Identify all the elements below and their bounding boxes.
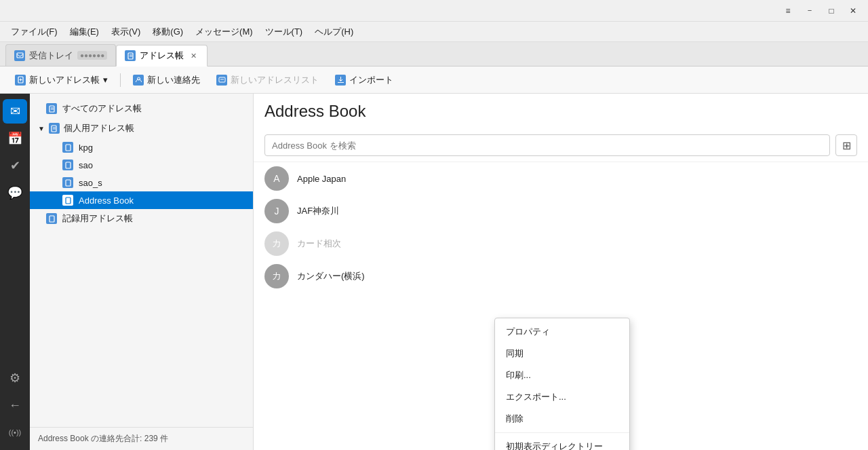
filter-button[interactable]: ⊞ <box>835 134 857 156</box>
context-menu-item-sync[interactable]: 同期 <box>495 343 629 364</box>
sao-s-label: sao_s <box>79 178 102 188</box>
content-area: Address Book ⊞ A Apple Japan J JAF神奈川 カ <box>254 94 868 450</box>
sidebar-item-sao[interactable]: sao <box>30 156 253 174</box>
new-addressbook-label: 新しいアドレス帳 <box>29 74 100 86</box>
list-item[interactable]: カ カード相次 <box>254 227 868 260</box>
new-contact-label: 新しい連絡先 <box>147 74 200 86</box>
kiroku-icon <box>46 213 57 224</box>
sidebar-item-kpg[interactable]: kpg <box>30 138 253 156</box>
menu-button[interactable]: ≡ <box>778 3 797 19</box>
new-list-icon <box>216 75 227 86</box>
sidebar-item-kiroku[interactable]: 記録用アドレス帳 <box>30 209 253 228</box>
sidebar-item-all[interactable]: すべてのアドレス帳 <box>30 99 253 118</box>
kpg-label: kpg <box>79 143 93 153</box>
list-item[interactable]: J JAF神奈川 <box>254 195 868 227</box>
search-input[interactable] <box>264 134 830 156</box>
icon-settings[interactable]: ⚙ <box>3 366 27 390</box>
icon-calendar[interactable]: 📅 <box>3 126 27 151</box>
close-button[interactable]: ✕ <box>844 3 863 19</box>
menubar: ファイル(F) 編集(E) 表示(V) 移動(G) メッセージ(M) ツール(T… <box>0 22 868 42</box>
avatar: J <box>264 199 289 223</box>
sao-icon <box>62 160 73 170</box>
sidebar: すべてのアドレス帳 ▼ 個人用アドレス帳 kpg sao <box>30 94 254 450</box>
list-item[interactable]: カ カンダハー(横浜) <box>254 260 868 293</box>
addressbook-tab-close[interactable]: ✕ <box>188 50 199 61</box>
contact-name: カンダハー(横浜) <box>297 270 365 282</box>
sidebar-group-personal[interactable]: ▼ 個人用アドレス帳 <box>30 118 253 138</box>
svg-rect-18 <box>66 162 71 168</box>
sidebar-item-sao-s[interactable]: sao_s <box>30 174 253 191</box>
search-bar: ⊞ <box>254 129 868 162</box>
icon-chat[interactable]: 💬 <box>3 181 27 205</box>
icon-back[interactable]: ← <box>3 393 27 417</box>
import-button[interactable]: インポート <box>328 71 400 90</box>
titlebar: ≡ － □ ✕ <box>0 0 868 22</box>
sidebar-content: すべてのアドレス帳 ▼ 個人用アドレス帳 kpg sao <box>30 94 253 427</box>
sidebar-footer: Address Book の連絡先合計: 239 件 <box>30 427 253 450</box>
personal-group-icon <box>49 123 60 134</box>
addressbook-label: Address Book <box>79 195 134 206</box>
tab-inbox[interactable]: 受信トレイ ●●●●●● <box>5 44 116 66</box>
svg-rect-11 <box>50 106 54 112</box>
addressbook-tab-icon <box>125 50 136 61</box>
inbox-tab-icon <box>14 50 25 61</box>
menu-help[interactable]: ヘルプ(H) <box>309 23 359 41</box>
addressbook-tab-label: アドレス帳 <box>140 50 184 62</box>
tab-addressbook[interactable]: アドレス帳 ✕ <box>116 45 208 67</box>
page-title: Address Book <box>264 102 857 121</box>
kpg-icon <box>62 142 73 153</box>
contact-name: JAF神奈川 <box>297 205 339 217</box>
icon-radio[interactable]: ((•)) <box>3 420 27 445</box>
minimize-button[interactable]: － <box>800 3 819 19</box>
menu-view[interactable]: 表示(V) <box>106 23 146 41</box>
list-item[interactable]: A Apple Japan <box>254 162 868 195</box>
svg-rect-8 <box>219 77 225 82</box>
sao-s-icon <box>62 177 73 188</box>
context-menu-item-default-dir[interactable]: 初期表示ディレクトリー <box>495 436 629 450</box>
kiroku-label: 記録用アドレス帳 <box>62 212 133 225</box>
maximize-button[interactable]: □ <box>822 3 841 19</box>
toolbar-divider-1 <box>120 73 121 87</box>
context-menu-item-properties[interactable]: プロパティ <box>495 321 629 343</box>
main-layout: ✉ 📅 ✔ 💬 ⚙ ← ((•)) すべてのアドレス帳 ▼ 個人用アドレス帳 <box>0 94 868 450</box>
new-contact-button[interactable]: 新しい連絡先 <box>126 71 207 90</box>
filter-icon: ⊞ <box>842 139 851 152</box>
menu-edit[interactable]: 編集(E) <box>64 23 104 41</box>
new-list-button[interactable]: 新しいアドレスリスト <box>210 71 326 90</box>
contact-count: Address Book の連絡先合計: 239 件 <box>38 434 168 443</box>
new-list-label: 新しいアドレスリスト <box>231 74 319 86</box>
menu-message[interactable]: メッセージ(M) <box>190 23 258 41</box>
sidebar-item-addressbook[interactable]: Address Book <box>30 191 253 209</box>
new-contact-icon <box>133 75 144 86</box>
context-menu-separator <box>495 432 629 433</box>
addressbook-header: Address Book <box>254 94 868 129</box>
svg-rect-14 <box>52 126 56 132</box>
toolbar: 新しいアドレス帳 ▾ 新しい連絡先 新しいアドレスリスト インポート <box>0 67 868 94</box>
dropdown-arrow: ▾ <box>103 75 108 85</box>
new-addressbook-icon <box>15 75 26 86</box>
avatar: A <box>264 166 289 191</box>
context-menu-item-export[interactable]: エクスポート... <box>495 386 629 408</box>
svg-rect-19 <box>66 180 71 186</box>
new-addressbook-button[interactable]: 新しいアドレス帳 ▾ <box>8 71 115 90</box>
personal-group-label: 個人用アドレス帳 <box>64 122 134 134</box>
context-menu: プロパティ 同期 印刷... エクスポート... 削除 初期表示ディレクトリー <box>494 318 630 450</box>
menu-tools[interactable]: ツール(T) <box>260 23 309 41</box>
icon-tasks[interactable]: ✔ <box>3 153 27 178</box>
context-menu-item-print[interactable]: 印刷... <box>495 364 629 386</box>
icon-mail[interactable]: ✉ <box>3 99 27 124</box>
import-label: インポート <box>349 74 393 86</box>
all-addressbook-icon <box>46 103 57 114</box>
import-icon <box>335 75 346 86</box>
contact-name: Apple Japan <box>297 174 346 184</box>
avatar: カ <box>264 231 289 256</box>
search-input-wrap <box>264 134 830 156</box>
svg-rect-21 <box>50 216 54 222</box>
menu-file[interactable]: ファイル(F) <box>5 23 63 41</box>
avatar: カ <box>264 264 289 288</box>
svg-rect-20 <box>66 198 71 204</box>
addressbook-icon <box>62 195 73 206</box>
menu-go[interactable]: 移動(G) <box>147 23 189 41</box>
context-menu-item-delete[interactable]: 削除 <box>495 408 629 430</box>
svg-rect-17 <box>66 145 71 151</box>
